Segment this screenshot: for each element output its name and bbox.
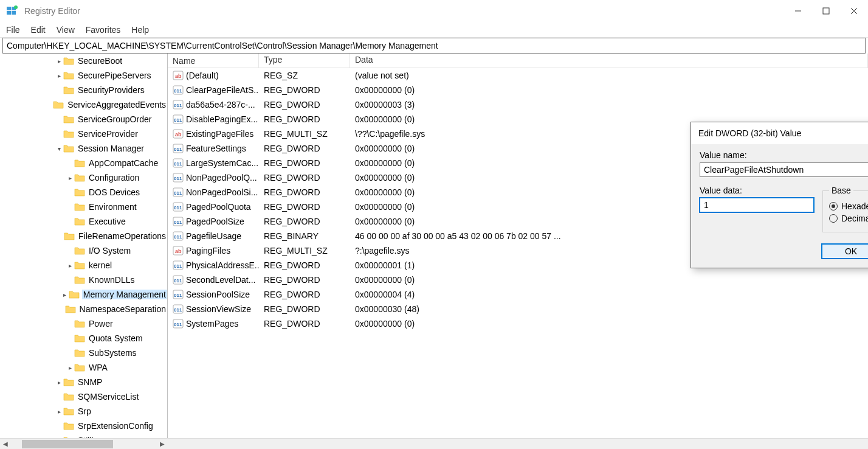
svg-rect-0	[7, 7, 11, 10]
value-type: REG_DWORD	[259, 100, 350, 110]
svg-text:011: 011	[174, 278, 182, 284]
value-type-icon: 011	[173, 158, 184, 168]
tree-item[interactable]: ▸Srp	[0, 404, 167, 419]
tree-item-label: I/O System	[89, 246, 131, 256]
tree-item[interactable]: DOS Devices	[0, 185, 167, 200]
tree-item[interactable]: FileRenameOperations	[0, 229, 167, 243]
expander-icon[interactable]: ▸	[55, 379, 63, 386]
value-row[interactable]: 011SessionPoolSizeREG_DWORD0x00000004 (4…	[168, 287, 868, 302]
ok-button[interactable]: OK	[821, 243, 868, 259]
expander-icon[interactable]: ▸	[61, 291, 69, 298]
value-data: 0x00000004 (4)	[350, 290, 868, 299]
value-type-icon: 011	[173, 319, 184, 329]
value-row[interactable]: 011SecondLevelDat...REG_DWORD0x00000000 …	[168, 273, 868, 287]
close-button[interactable]	[840, 0, 868, 22]
value-name: PhysicalAddressE...	[186, 260, 259, 270]
scrollbar-thumb[interactable]	[22, 440, 113, 448]
dialog-titlebar[interactable]: Edit DWORD (32-bit) Value	[691, 122, 868, 144]
value-row[interactable]: 011ClearPageFileAtS...REG_DWORD0x0000000…	[168, 83, 868, 97]
folder-icon	[63, 421, 74, 431]
expander-icon[interactable]: ▾	[55, 145, 63, 152]
value-type-icon: ab	[173, 71, 184, 80]
tree-item[interactable]: Executive	[0, 214, 167, 229]
svg-text:011: 011	[174, 220, 182, 225]
value-data-input[interactable]	[700, 198, 814, 212]
value-name-input[interactable]	[700, 162, 868, 177]
expander-icon[interactable]: ▸	[66, 262, 74, 269]
menu-view[interactable]: View	[57, 25, 75, 35]
menu-file[interactable]: File	[6, 25, 20, 35]
svg-text:011: 011	[174, 263, 182, 269]
svg-text:011: 011	[174, 88, 182, 94]
tree-item[interactable]: NamespaceSeparation	[0, 302, 167, 316]
folder-icon	[74, 260, 85, 270]
value-data: 0x00000000 (0)	[350, 275, 868, 285]
svg-text:011: 011	[174, 176, 182, 181]
value-type: REG_MULTI_SZ	[259, 129, 350, 139]
radio-hexadecimal[interactable]: Hexadecimal	[829, 201, 868, 211]
value-row[interactable]: 011SessionViewSizeREG_DWORD0x00000030 (4…	[168, 302, 868, 316]
expander-icon[interactable]: ▸	[55, 72, 63, 79]
address-bar[interactable]: Computer\HKEY_LOCAL_MACHINE\SYSTEM\Curre…	[2, 38, 866, 54]
col-header-name[interactable]: Name	[168, 54, 259, 68]
menu-edit[interactable]: Edit	[31, 25, 46, 35]
menu-favorites[interactable]: Favorites	[86, 25, 121, 35]
tree-item[interactable]: I/O System	[0, 243, 167, 258]
tree-item[interactable]: ServiceProvider	[0, 127, 167, 141]
tree-item[interactable]: ▸SecurePipeServers	[0, 68, 167, 83]
radio-decimal[interactable]: Decimal	[829, 214, 868, 223]
tree-item-label: NamespaceSeparation	[80, 304, 166, 314]
tree-item-label: SubSystems	[89, 348, 137, 358]
tree-item[interactable]: AppCompatCache	[0, 156, 167, 170]
value-row[interactable]: 011SystemPagesREG_DWORD0x00000000 (0)	[168, 316, 868, 331]
tree-item[interactable]: Power	[0, 316, 167, 331]
tree-horizontal-scrollbar[interactable]: ◀ ▶	[0, 438, 868, 449]
base-legend: Base	[829, 186, 853, 195]
tree-item[interactable]: ▸Configuration	[0, 170, 167, 185]
value-type-icon: 011	[173, 187, 184, 197]
tree-item[interactable]: ▾Session Manager	[0, 141, 167, 156]
tree-item-label: Power	[89, 319, 113, 329]
tree-item[interactable]: SrpExtensionConfig	[0, 419, 167, 433]
tree-item[interactable]: ▸StillImage	[0, 433, 167, 438]
tree-item[interactable]: ▸kernel	[0, 258, 167, 273]
svg-text:011: 011	[174, 147, 182, 152]
grid-header: Name Type Data	[168, 54, 868, 68]
maximize-button[interactable]	[812, 0, 840, 22]
tree-item[interactable]: ▸WPA	[0, 360, 167, 375]
tree-item-label: Quota System	[89, 333, 143, 343]
tree-item[interactable]: Environment	[0, 200, 167, 214]
minimize-button[interactable]	[784, 0, 812, 22]
scroll-right-arrow-icon[interactable]: ▶	[157, 439, 168, 450]
tree-item[interactable]: SubSystems	[0, 346, 167, 360]
tree-item[interactable]: ▸SNMP	[0, 375, 167, 389]
value-row[interactable]: 011da56a5e4-287c-...REG_DWORD0x00000003 …	[168, 97, 868, 112]
menu-help[interactable]: Help	[131, 25, 149, 35]
expander-icon[interactable]: ▸	[66, 364, 74, 371]
value-type: REG_DWORD	[259, 217, 350, 226]
tree-item[interactable]: ServiceGroupOrder	[0, 112, 167, 127]
scroll-left-arrow-icon[interactable]: ◀	[0, 439, 11, 450]
expander-icon[interactable]: ▸	[55, 58, 63, 64]
tree-item[interactable]: SecurityProviders	[0, 83, 167, 97]
tree-item[interactable]: Quota System	[0, 331, 167, 346]
col-header-data[interactable]: Data	[350, 54, 868, 68]
value-type-icon: 011	[173, 217, 184, 226]
tree-item[interactable]: ▸Memory Management	[0, 287, 167, 302]
tree-item[interactable]: ▸SecureBoot	[0, 54, 167, 68]
expander-icon[interactable]: ▸	[55, 408, 63, 415]
tree-item-label: SecurePipeServers	[78, 71, 151, 80]
tree-item[interactable]: SQMServiceList	[0, 389, 167, 404]
tree-item-label: SrpExtensionConfig	[78, 421, 153, 431]
tree-item-label: SNMP	[78, 377, 102, 387]
titlebar: Registry Editor	[0, 0, 868, 22]
tree-item[interactable]: KnownDLLs	[0, 273, 167, 287]
expander-icon[interactable]: ▸	[66, 175, 74, 181]
tree-pane[interactable]: ▸SecureBoot▸SecurePipeServersSecurityPro…	[0, 54, 168, 438]
value-row[interactable]: ab(Default)REG_SZ(value not set)	[168, 68, 868, 83]
tree-item[interactable]: ServiceAggregatedEvents	[0, 97, 167, 112]
folder-icon	[63, 406, 74, 416]
folder-icon	[63, 129, 74, 139]
col-header-type[interactable]: Type	[259, 54, 350, 68]
svg-text:ab: ab	[175, 248, 182, 254]
